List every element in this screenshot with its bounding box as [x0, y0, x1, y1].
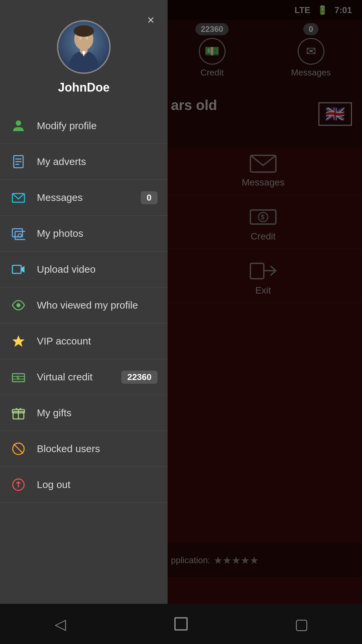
photos-icon	[10, 225, 27, 242]
sidebar-item-my-photos[interactable]: My photos	[0, 216, 168, 252]
money-icon: $	[10, 369, 27, 385]
sidebar-item-blocked-users[interactable]: Blocked users	[0, 431, 168, 467]
sidebar-header: ×	[0, 0, 168, 108]
vip-account-label: VIP account	[37, 335, 158, 347]
my-gifts-label: My gifts	[37, 407, 158, 419]
messages-count-badge: 0	[141, 191, 158, 204]
svg-point-15	[79, 37, 82, 40]
gift-icon	[10, 405, 27, 421]
virtual-credit-badge: 22360	[121, 371, 158, 384]
close-button[interactable]: ×	[141, 10, 161, 30]
avatar	[57, 20, 111, 74]
svg-line-38	[14, 444, 23, 453]
svg-rect-26	[12, 265, 21, 273]
svg-text:$: $	[16, 375, 19, 381]
eye-icon	[10, 297, 27, 314]
back-button[interactable]: ◁	[44, 610, 77, 637]
sidebar-item-who-viewed[interactable]: Who viewed my profile	[0, 287, 168, 323]
home-button[interactable]	[164, 610, 198, 637]
my-adverts-label: My adverts	[37, 156, 158, 167]
modify-profile-label: Modify profile	[37, 120, 158, 131]
svg-point-17	[16, 120, 21, 126]
who-viewed-label: Who viewed my profile	[37, 300, 158, 311]
blocked-users-label: Blocked users	[37, 443, 158, 454]
svg-point-28	[16, 303, 20, 307]
document-icon	[10, 153, 27, 170]
virtual-credit-label: Virtual credit	[37, 371, 111, 383]
block-icon	[10, 440, 27, 457]
svg-point-16	[86, 37, 88, 40]
menu-items-list: Modify profile My adverts	[0, 108, 168, 644]
my-photos-label: My photos	[37, 228, 158, 239]
sidebar-item-my-gifts[interactable]: My gifts	[0, 395, 168, 431]
sidebar-item-log-out[interactable]: Log out	[0, 467, 168, 503]
person-icon	[10, 117, 27, 134]
bottom-navigation: ◁ ▢	[0, 604, 362, 644]
logout-icon	[10, 476, 27, 493]
sidebar-drawer: ×	[0, 0, 168, 644]
sidebar-item-virtual-credit[interactable]: $ Virtual credit 22360	[0, 359, 168, 395]
svg-rect-24	[15, 231, 25, 239]
recent-apps-button[interactable]: ▢	[285, 610, 318, 637]
svg-rect-23	[12, 229, 22, 237]
video-icon	[10, 261, 27, 278]
star-icon	[10, 333, 27, 350]
svg-point-14	[74, 25, 94, 37]
envelope-icon	[10, 189, 27, 206]
svg-marker-29	[12, 335, 24, 347]
upload-video-label: Upload video	[37, 264, 158, 275]
log-out-label: Log out	[37, 479, 158, 490]
sidebar-item-upload-video[interactable]: Upload video	[0, 252, 168, 287]
username-label: JohnDoe	[58, 80, 110, 95]
sidebar-item-messages[interactable]: Messages 0	[0, 180, 168, 216]
sidebar-item-vip-account[interactable]: VIP account	[0, 323, 168, 359]
sidebar-item-my-adverts[interactable]: My adverts	[0, 144, 168, 180]
sidebar-item-modify-profile[interactable]: Modify profile	[0, 108, 168, 144]
messages-menu-label: Messages	[37, 192, 131, 203]
